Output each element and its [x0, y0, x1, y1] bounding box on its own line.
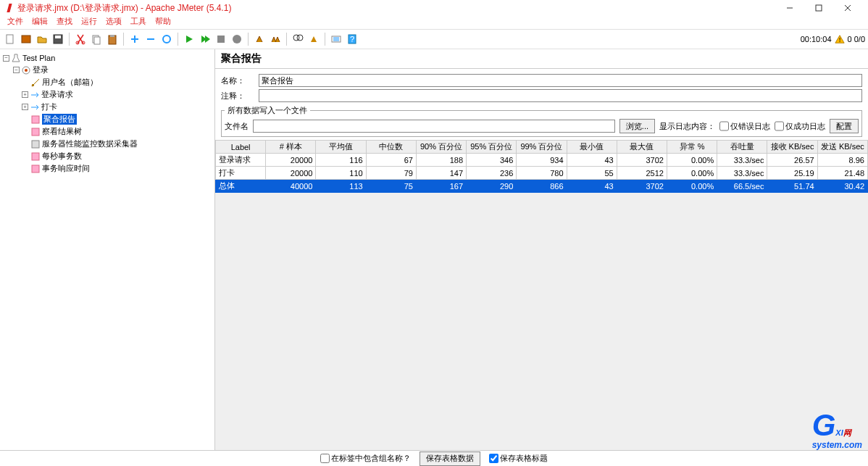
svg-rect-4	[7, 35, 13, 43]
reset-search-icon[interactable]	[306, 32, 321, 46]
function-helper-icon[interactable]	[329, 32, 343, 46]
tree-tps[interactable]: 每秒事务数	[42, 151, 82, 162]
column-header[interactable]: Label	[216, 141, 266, 154]
save-table-data-button[interactable]: 保存表格数据	[420, 452, 480, 466]
svg-rect-34	[32, 153, 39, 160]
tree-response-time[interactable]: 事务响应时间	[42, 163, 90, 174]
clear-icon[interactable]	[252, 32, 267, 46]
column-header[interactable]: 95% 百分位	[467, 141, 517, 154]
response-time-icon	[30, 164, 41, 174]
table-row[interactable]: 登录请求20000116671883469344337020.00%33.3/s…	[216, 154, 868, 167]
column-header[interactable]: 发送 KB/sec	[817, 141, 867, 154]
results-tree-icon	[30, 127, 41, 137]
menu-options[interactable]: 选项	[103, 16, 125, 29]
search-icon[interactable]	[291, 32, 305, 46]
aggregate-table: Label# 样本平均值中位数90% 百分位95% 百分位99% 百分位最小值最…	[215, 140, 868, 193]
svg-text:!: !	[838, 36, 840, 43]
sampler-icon	[30, 102, 40, 112]
tree-thread-group[interactable]: 登录	[33, 65, 49, 75]
column-header[interactable]: 90% 百分位	[416, 141, 466, 154]
tree-login-request[interactable]: 登录请求	[41, 89, 73, 100]
minimize-button[interactable]	[775, 0, 804, 16]
table-cell: 167	[416, 180, 466, 193]
tree-toggle[interactable]: −	[3, 55, 9, 62]
expand-icon[interactable]	[128, 32, 142, 46]
tree-user-params[interactable]: 用户名（邮箱）	[42, 77, 98, 88]
only-error-checkbox[interactable]: 仅错误日志	[719, 120, 770, 133]
comment-input[interactable]	[259, 89, 862, 102]
shutdown-icon[interactable]	[230, 32, 244, 46]
column-header[interactable]: 最小值	[567, 141, 617, 154]
table-cell: 51.74	[767, 180, 817, 193]
test-plan-tree[interactable]: −Test Plan −登录 用户名（邮箱） +登录请求 +打卡 聚合报告 察看…	[0, 49, 215, 450]
column-header[interactable]: # 样本	[266, 141, 316, 154]
copy-icon[interactable]	[89, 32, 104, 46]
close-button[interactable]	[833, 0, 862, 16]
column-header[interactable]: 吞吐量	[717, 141, 767, 154]
templates-icon[interactable]	[19, 32, 33, 46]
window-title: 登录请求.jmx (D:\登录请求.jmx) - Apache JMeter (…	[17, 2, 775, 14]
table-cell: 110	[316, 167, 366, 180]
filename-input[interactable]	[253, 120, 615, 133]
table-cell: 55	[567, 167, 617, 180]
tree-perfmon[interactable]: 服务器性能监控数据采集器	[42, 138, 138, 149]
table-cell: 3702	[617, 180, 667, 193]
table-cell: 2512	[617, 167, 667, 180]
save-header-checkbox[interactable]: 保存表格标题	[489, 453, 548, 464]
tree-root[interactable]: Test Plan	[22, 54, 55, 62]
browse-button[interactable]: 浏览...	[619, 119, 655, 133]
paste-icon[interactable]	[105, 32, 120, 46]
include-group-checkbox[interactable]: 在标签中包含组名称？	[320, 453, 411, 464]
new-icon[interactable]	[3, 32, 17, 46]
column-header[interactable]: 99% 百分位	[517, 141, 567, 154]
configure-button[interactable]: 配置	[830, 119, 859, 133]
tree-results-tree[interactable]: 察看结果树	[42, 126, 82, 137]
separator	[286, 33, 287, 46]
menu-edit[interactable]: 编辑	[29, 16, 51, 29]
tree-toggle[interactable]: −	[13, 67, 20, 73]
menu-run[interactable]: 运行	[78, 16, 100, 29]
column-header[interactable]: 接收 KB/sec	[767, 141, 817, 154]
maximize-button[interactable]	[804, 0, 833, 16]
tree-toggle[interactable]: +	[22, 104, 28, 110]
column-header[interactable]: 平均值	[316, 141, 366, 154]
start-icon[interactable]	[182, 32, 196, 46]
stop-icon[interactable]	[214, 32, 228, 46]
table-cell: 346	[467, 154, 517, 167]
tree-checkin[interactable]: 打卡	[41, 101, 57, 112]
cut-icon[interactable]	[73, 32, 88, 46]
menu-help[interactable]: 帮助	[152, 16, 174, 29]
table-cell: 116	[316, 154, 366, 167]
separator	[248, 33, 249, 46]
column-header[interactable]: 最大值	[617, 141, 667, 154]
table-row[interactable]: 打卡20000110791472367805525120.00%33.3/sec…	[216, 167, 868, 180]
menu-tools[interactable]: 工具	[128, 16, 149, 29]
menu-search[interactable]: 查找	[54, 16, 75, 29]
only-success-checkbox[interactable]: 仅成功日志	[775, 120, 825, 133]
column-header[interactable]: 异常 %	[667, 141, 717, 154]
table-cell: 20000	[266, 167, 316, 180]
column-header[interactable]: 中位数	[366, 141, 416, 154]
table-cell: 113	[316, 180, 366, 193]
svg-point-19	[233, 35, 241, 43]
start-no-timers-icon[interactable]	[198, 32, 212, 46]
help-icon[interactable]: ?	[345, 32, 359, 46]
toolbar: ? 00:10:04 ! 0 0/0	[0, 29, 868, 49]
table-cell: 188	[416, 154, 466, 167]
tree-toggle[interactable]: +	[22, 91, 28, 98]
comment-label: 注释：	[221, 91, 256, 101]
svg-rect-33	[32, 141, 39, 148]
save-icon[interactable]	[51, 32, 65, 46]
toggle-icon[interactable]	[159, 32, 174, 46]
clear-all-icon[interactable]	[268, 32, 283, 46]
open-icon[interactable]	[35, 32, 49, 46]
collapse-icon[interactable]	[143, 32, 158, 46]
name-input[interactable]	[259, 74, 862, 87]
table-cell: 0.00%	[667, 154, 717, 167]
table-cell: 打卡	[216, 167, 266, 180]
table-cell: 40000	[266, 180, 316, 193]
table-row[interactable]: 总体40000113751672908664337020.00%66.5/sec…	[216, 180, 868, 193]
tree-aggregate-report[interactable]: 聚合报告	[42, 114, 77, 125]
warning-icon[interactable]: !	[835, 34, 845, 44]
menu-file[interactable]: 文件	[4, 16, 26, 29]
